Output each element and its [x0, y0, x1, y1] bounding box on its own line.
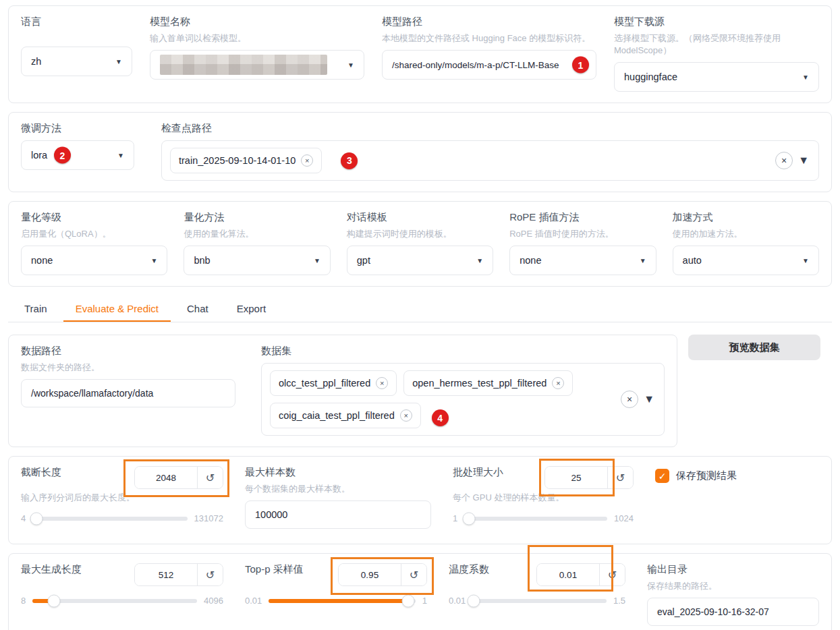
model-path-input[interactable]: /shared-only/models/m-a-p/CT-LLM-Base 1	[382, 50, 596, 80]
tab-chat[interactable]: Chat	[175, 296, 221, 322]
quant-method-hint: 使用的量化算法。	[184, 228, 330, 240]
reset-icon[interactable]: ↺	[401, 564, 426, 585]
finetune-panel: 微调方法 lora 2 ▼ 检查点路径 train_2025-09-10-14-…	[8, 112, 832, 192]
model-path-value: /shared-only/models/m-a-p/CT-LLM-Base	[392, 60, 559, 70]
output-dir-input[interactable]: eval_2025-09-10-16-32-07	[647, 598, 819, 626]
rope-value: none	[520, 255, 541, 266]
cutoff-slider[interactable]: 4 131072	[21, 513, 223, 523]
remove-tag-icon[interactable]: ×	[301, 154, 313, 167]
annotation-badge-1: 1	[572, 57, 589, 74]
batch-size-number-input: ↺	[544, 466, 634, 489]
download-source-field: 模型下载源 选择模型下载源。（网络受限环境推荐使用 ModelScope） hu…	[614, 16, 819, 92]
quant-method-dropdown[interactable]: bnb ▼	[184, 246, 330, 275]
checkpoint-label: 检查点路径	[161, 122, 819, 135]
cutoff-hint: 输入序列分词后的最大长度。	[21, 492, 223, 504]
temperature-slider[interactable]: 0.01 1.5	[449, 596, 625, 606]
reset-icon[interactable]: ↺	[607, 467, 633, 488]
save-predictions-checkbox-row[interactable]: ✓ 保存预测结果	[655, 466, 819, 483]
llamafactory-webui: 语言 zh ▼ 模型名称 输入首单词以检索模型。 ▼ 模型路径 本地模型的文件路…	[0, 0, 840, 630]
language-dropdown[interactable]: zh ▼	[21, 47, 132, 76]
dataset-chip[interactable]: open_hermes_test_ppl_filtered ×	[403, 370, 573, 396]
checkpoint-field: 检查点路径 train_2025-09-10-14-01-10 × 3 × ▼	[161, 122, 819, 181]
checkbox-checked-icon[interactable]: ✓	[655, 469, 669, 483]
tab-evaluate-predict[interactable]: Evaluate & Predict	[63, 296, 171, 322]
save-predictions-field: ✓ 保存预测结果	[655, 466, 819, 529]
slider-thumb[interactable]	[401, 594, 414, 607]
dataset-multiselect[interactable]: olcc_test_ppl_filtered × open_hermes_tes…	[261, 363, 665, 436]
quant-bits-value: none	[31, 255, 53, 266]
remove-tag-icon[interactable]: ×	[376, 377, 388, 389]
max-new-tokens-slider[interactable]: 8 4096	[21, 596, 223, 606]
dataset-label: 数据集	[261, 345, 665, 357]
slider-thumb[interactable]	[47, 594, 60, 607]
template-dropdown[interactable]: gpt ▼	[347, 246, 493, 275]
chevron-down-icon[interactable]: ▼	[644, 393, 654, 405]
slider-thumb[interactable]	[30, 512, 43, 525]
chevron-down-icon[interactable]: ▼	[798, 154, 809, 167]
preview-dataset-button[interactable]: 预览数据集	[688, 335, 820, 360]
dataset-panel: 数据路径 数据文件夹的路径。 /workspace/llamafactory/d…	[8, 335, 677, 447]
max-new-tokens-field: 最大生成长度 ↺ 8 4096	[21, 563, 223, 626]
max-new-tokens-label: 最大生成长度	[21, 563, 82, 576]
slider-max-label: 131072	[194, 513, 223, 523]
checkpoint-multiselect[interactable]: train_2025-09-10-14-01-10 × 3 × ▼	[161, 140, 819, 181]
batch-size-slider[interactable]: 1 1024	[453, 513, 634, 523]
data-dir-value: /workspace/llamafactory/data	[31, 388, 153, 399]
top-p-slider[interactable]: 0.01 1	[245, 596, 427, 606]
checkpoint-chip-label: train_2025-09-10-14-01-10	[179, 155, 296, 166]
checkpoint-chip[interactable]: train_2025-09-10-14-01-10 ×	[170, 148, 322, 173]
chevron-down-icon: ▼	[117, 152, 124, 159]
clear-all-icon[interactable]: ×	[621, 391, 638, 408]
slider-min-label: 4	[21, 513, 26, 523]
tab-export[interactable]: Export	[225, 296, 278, 322]
tab-train[interactable]: Train	[12, 296, 59, 322]
data-dir-input[interactable]: /workspace/llamafactory/data	[21, 379, 235, 407]
dataset-chip[interactable]: olcc_test_ppl_filtered ×	[270, 370, 397, 396]
remove-tag-icon[interactable]: ×	[552, 377, 564, 389]
model-name-hint: 输入首单词以检索模型。	[150, 32, 364, 45]
temperature-label: 温度系数	[449, 563, 489, 576]
booster-label: 加速方式	[673, 211, 819, 224]
slider-max-label: 1.5	[613, 596, 625, 606]
finetune-method-label: 微调方法	[21, 122, 134, 135]
finetune-method-field: 微调方法 lora 2 ▼	[21, 122, 134, 181]
reset-icon[interactable]: ↺	[197, 564, 223, 585]
finetune-method-dropdown[interactable]: lora 2 ▼	[21, 140, 134, 170]
top-settings-panel: 语言 zh ▼ 模型名称 输入首单词以检索模型。 ▼ 模型路径 本地模型的文件路…	[8, 5, 832, 103]
clear-all-icon[interactable]: ×	[775, 152, 793, 169]
booster-field: 加速方式 使用的加速方法。 auto ▼	[673, 211, 819, 275]
dataset-chip[interactable]: coig_caia_test_ppl_filtered ×	[270, 403, 421, 428]
finetune-method-value: lora	[31, 150, 47, 161]
language-label: 语言	[21, 16, 132, 28]
top-p-label: Top-p 采样值	[245, 563, 304, 576]
quant-method-field: 量化方法 使用的量化算法。 bnb ▼	[184, 211, 330, 275]
reset-icon[interactable]: ↺	[599, 564, 625, 585]
reset-icon[interactable]: ↺	[197, 467, 223, 488]
quant-bits-dropdown[interactable]: none ▼	[21, 246, 167, 275]
max-samples-hint: 每个数据集的最大样本数。	[245, 483, 431, 495]
model-path-hint: 本地模型的文件路径或 Hugging Face 的模型标识符。	[382, 32, 596, 45]
top-p-number-input: ↺	[338, 563, 427, 586]
temperature-field: 温度系数 ↺ 0.01 1.5	[449, 563, 625, 626]
booster-dropdown[interactable]: auto ▼	[673, 246, 819, 275]
temperature-input[interactable]	[537, 564, 599, 585]
batch-size-input[interactable]	[545, 467, 607, 488]
model-path-field: 模型路径 本地模型的文件路径或 Hugging Face 的模型标识符。 /sh…	[382, 16, 596, 92]
top-p-input[interactable]	[339, 564, 401, 585]
slider-thumb[interactable]	[468, 594, 480, 607]
annotation-badge-3: 3	[341, 152, 358, 169]
max-samples-input[interactable]: 100000	[245, 500, 431, 529]
cutoff-input[interactable]	[135, 467, 197, 488]
download-source-dropdown[interactable]: huggingface ▼	[614, 62, 819, 92]
model-name-dropdown[interactable]: ▼	[150, 50, 364, 80]
rope-dropdown[interactable]: none ▼	[509, 246, 656, 275]
save-predictions-label: 保存预测结果	[676, 469, 737, 482]
top-p-field: Top-p 采样值 ↺ 0.01 1	[245, 563, 427, 626]
chevron-down-icon: ▼	[802, 74, 809, 81]
data-dir-hint: 数据文件夹的路径。	[21, 362, 235, 374]
template-label: 对话模板	[347, 211, 493, 224]
remove-tag-icon[interactable]: ×	[400, 409, 412, 422]
chevron-down-icon: ▼	[347, 61, 354, 69]
max-new-tokens-input[interactable]	[135, 564, 197, 585]
slider-thumb[interactable]	[462, 512, 475, 525]
